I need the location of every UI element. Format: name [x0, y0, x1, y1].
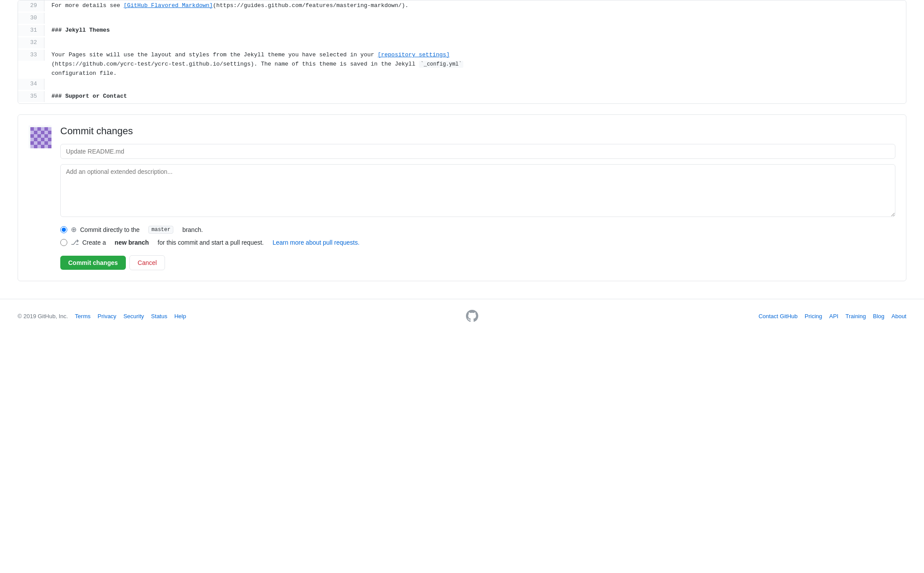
svg-rect-36: [48, 145, 51, 148]
footer-link-terms[interactable]: Terms: [75, 313, 90, 320]
line-number-30: 30: [18, 13, 44, 24]
footer-link-privacy[interactable]: Privacy: [98, 313, 117, 320]
commit-changes-button[interactable]: Commit changes: [60, 256, 126, 270]
footer-link-contact-github[interactable]: Contact GitHub: [759, 313, 798, 320]
radio-direct-label: Commit directly to the: [80, 226, 139, 233]
code-editor: 29 For more details see [GitHub Flavored…: [18, 0, 906, 104]
svg-rect-15: [44, 134, 48, 138]
footer-link-blog[interactable]: Blog: [873, 313, 884, 320]
code-line-35: 35 ### Support or Contact: [18, 91, 906, 103]
code-line-30: 30: [18, 13, 906, 25]
svg-rect-29: [41, 141, 44, 145]
svg-rect-4: [34, 127, 37, 131]
svg-rect-10: [34, 131, 37, 134]
line-number-32: 32: [18, 37, 44, 48]
line-number-34: 34: [18, 79, 44, 90]
radio-pr-label-start: Create a: [82, 239, 106, 246]
svg-rect-23: [41, 138, 44, 141]
commit-button-group: Commit changes Cancel: [60, 255, 895, 270]
line-number-35: 35: [18, 91, 44, 102]
radio-branch-input[interactable]: [60, 239, 67, 246]
code-line-32: 32: [18, 37, 906, 50]
radio-pr-suffix: for this commit and start a pull request…: [158, 239, 264, 246]
svg-rect-12: [48, 131, 51, 134]
line-content-35: ### Support or Contact: [44, 91, 906, 102]
commit-section-title: Commit changes: [60, 125, 895, 137]
footer: © 2019 GitHub, Inc. Terms Privacy Securi…: [0, 299, 924, 333]
line-content-31: ### Jekyll Themes: [44, 25, 906, 36]
svg-rect-3: [44, 127, 48, 131]
copyright-text: © 2019 GitHub, Inc.: [18, 313, 68, 320]
svg-rect-11: [41, 131, 44, 134]
svg-rect-22: [34, 138, 37, 141]
avatar: [29, 125, 51, 148]
radio-pr-bold: new branch: [115, 239, 149, 246]
svg-rect-7: [30, 131, 34, 134]
svg-rect-13: [30, 134, 34, 138]
line-content-34: [44, 79, 906, 90]
commit-description-textarea[interactable]: [60, 164, 895, 217]
code-line-33: 33 Your Pages site will use the layout a…: [18, 50, 906, 79]
line-number-31: 31: [18, 25, 44, 36]
svg-rect-21: [44, 138, 48, 141]
svg-rect-25: [30, 141, 34, 145]
svg-rect-24: [48, 138, 51, 141]
footer-link-help[interactable]: Help: [174, 313, 186, 320]
learn-more-pr-link[interactable]: Learn more about pull requests.: [272, 239, 359, 246]
radio-new-branch: ⎇ Create a new branch for this commit an…: [60, 238, 895, 246]
footer-link-security[interactable]: Security: [123, 313, 144, 320]
svg-rect-19: [30, 138, 34, 141]
svg-rect-28: [34, 141, 37, 145]
svg-rect-14: [37, 134, 41, 138]
svg-rect-5: [41, 127, 44, 131]
svg-rect-20: [37, 138, 41, 141]
svg-rect-31: [30, 145, 34, 148]
commit-section: Commit changes ⊕ Commit directly to the …: [18, 114, 906, 281]
branch-icon: ⎇: [71, 238, 79, 246]
branch-name-badge: master: [148, 226, 173, 234]
commit-radio-group: ⊕ Commit directly to the master branch. …: [60, 225, 895, 246]
radio-direct-commit: ⊕ Commit directly to the master branch.: [60, 225, 895, 234]
svg-rect-1: [30, 127, 34, 131]
line-number-33: 33: [18, 50, 44, 61]
line-content-30: [44, 13, 906, 24]
svg-rect-16: [34, 134, 37, 138]
svg-rect-35: [41, 145, 44, 148]
svg-rect-2: [37, 127, 41, 131]
svg-rect-9: [44, 131, 48, 134]
repo-settings-link[interactable]: [repository settings]: [378, 51, 450, 58]
markdown-link[interactable]: [GitHub Flavored Markdown]: [124, 2, 213, 9]
svg-rect-17: [41, 134, 44, 138]
line-content-33: Your Pages site will use the layout and …: [44, 50, 906, 79]
commit-form: Commit changes ⊕ Commit directly to the …: [60, 125, 895, 270]
radio-direct-input[interactable]: [60, 226, 67, 233]
svg-rect-26: [37, 141, 41, 145]
svg-rect-30: [48, 141, 51, 145]
svg-rect-33: [44, 145, 48, 148]
line-content-29: For more details see [GitHub Flavored Ma…: [44, 0, 906, 11]
avatar-container: [29, 125, 51, 150]
code-line-31: 31 ### Jekyll Themes: [18, 25, 906, 37]
svg-rect-32: [37, 145, 41, 148]
cancel-button[interactable]: Cancel: [129, 255, 165, 270]
footer-link-training[interactable]: Training: [845, 313, 865, 320]
svg-rect-6: [48, 127, 51, 131]
code-line-29: 29 For more details see [GitHub Flavored…: [18, 0, 906, 13]
footer-left: © 2019 GitHub, Inc. Terms Privacy Securi…: [18, 313, 186, 320]
svg-rect-18: [48, 134, 51, 138]
footer-link-status[interactable]: Status: [151, 313, 167, 320]
footer-right: Contact GitHub Pricing API Training Blog…: [759, 313, 906, 320]
footer-center: [466, 310, 478, 322]
line-content-32: [44, 37, 906, 48]
footer-link-api[interactable]: API: [829, 313, 839, 320]
footer-link-pricing[interactable]: Pricing: [805, 313, 822, 320]
footer-link-about[interactable]: About: [891, 313, 906, 320]
svg-rect-34: [34, 145, 37, 148]
radio-direct-suffix: branch.: [182, 226, 203, 233]
code-line-34: 34: [18, 79, 906, 91]
commit-icon: ⊕: [71, 225, 77, 234]
svg-rect-8: [37, 131, 41, 134]
line-number-29: 29: [18, 0, 44, 11]
commit-message-input[interactable]: [60, 144, 895, 159]
github-logo-icon: [466, 310, 478, 322]
